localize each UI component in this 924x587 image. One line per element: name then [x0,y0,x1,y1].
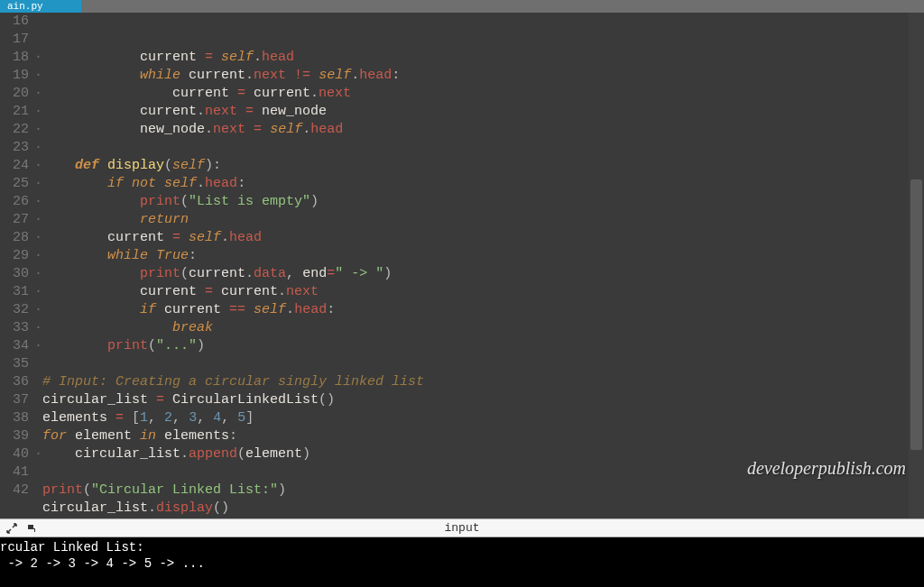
code-line[interactable]: · current = current.next [34,85,924,103]
code-line[interactable]: print("Circular Linked List:") [34,482,924,500]
line-number: 42 [0,482,29,500]
fold-indicator: · [34,211,42,229]
code-line[interactable]: · [34,139,924,157]
fold-indicator: · [34,121,42,139]
fold-indicator [34,427,42,445]
fold-indicator: · [34,337,42,355]
line-number: 25 [0,175,29,193]
line-number: 16 [0,13,29,31]
code-line[interactable]: elements = [1, 2, 3, 4, 5] [34,409,924,427]
code-line[interactable]: · return [34,211,924,229]
line-number: 27 [0,211,29,229]
code-line[interactable]: · circular_list.append(element) [34,445,924,463]
line-number: 26 [0,193,29,211]
code-editor[interactable]: 1617181920212223242526272829303132333435… [0,13,924,518]
line-number: 19 [0,67,29,85]
fold-indicator: · [34,301,42,319]
line-number: 32 [0,301,29,319]
code-line[interactable]: circular_list.display() [34,500,924,518]
fold-indicator [34,409,42,427]
code-line[interactable]: · current = current.next [34,283,924,301]
code-line[interactable]: # Input: Creating a circular singly link… [34,373,924,391]
console-toolbar: input [0,518,924,537]
fold-indicator: · [34,175,42,193]
line-number: 29 [0,247,29,265]
fold-indicator: · [34,49,42,67]
code-line[interactable]: for element in elements: [34,427,924,445]
fold-indicator [34,355,42,373]
code-line[interactable] [34,355,924,373]
fold-indicator [34,482,42,500]
fold-indicator: · [34,283,42,301]
fold-indicator: · [34,265,42,283]
line-number: 37 [0,391,29,409]
code-line[interactable]: · if not self.head: [34,175,924,193]
line-number: 31 [0,283,29,301]
code-line[interactable]: · new_node.next = self.head [34,121,924,139]
line-number-gutter: 1617181920212223242526272829303132333435… [0,13,34,518]
line-number: 35 [0,355,29,373]
console-tab-label[interactable]: input [444,521,479,535]
code-line[interactable]: · print(current.data, end=" -> ") [34,265,924,283]
expand-icon[interactable] [5,522,18,535]
line-number: 34 [0,337,29,355]
line-number: 33 [0,319,29,337]
line-number: 22 [0,121,29,139]
line-number: 24 [0,157,29,175]
line-number: 40 [0,445,29,463]
code-line[interactable] [34,463,924,482]
tab-bar: ain.py [0,0,924,13]
fold-indicator: · [34,193,42,211]
code-line[interactable]: · def display(self): [34,157,924,175]
code-line[interactable]: · current = self.head [34,49,924,67]
code-line[interactable]: · print("List is empty") [34,193,924,211]
line-number: 23 [0,139,29,157]
line-number: 30 [0,265,29,283]
paint-icon[interactable] [25,522,38,535]
line-number: 18 [0,49,29,67]
terminal-output[interactable]: rcular Linked List: -> 2 -> 3 -> 4 -> 5 … [0,537,924,587]
line-number: 38 [0,409,29,427]
fold-indicator: · [34,247,42,265]
code-line[interactable]: · break [34,319,924,337]
fold-indicator: · [34,103,42,121]
fold-indicator [34,373,42,391]
line-number: 28 [0,229,29,247]
fold-indicator: · [34,445,42,463]
fold-indicator [34,463,42,482]
code-line[interactable]: · while True: [34,247,924,265]
fold-indicator [34,391,42,409]
scrollbar-thumb[interactable] [910,179,922,450]
line-number: 36 [0,373,29,391]
code-line[interactable]: · while current.next != self.head: [34,67,924,85]
code-line[interactable]: · print("...") [34,337,924,355]
code-line[interactable]: · current.next = new_node [34,103,924,121]
vertical-scrollbar[interactable] [909,13,924,518]
line-number: 21 [0,103,29,121]
code-line[interactable]: · if current == self.head: [34,301,924,319]
code-line[interactable]: circular_list = CircularLinkedList() [34,391,924,409]
fold-indicator: · [34,319,42,337]
fold-indicator: · [34,67,42,85]
line-number: 39 [0,427,29,445]
terminal-line: -> 2 -> 3 -> 4 -> 5 -> ... [0,555,924,572]
fold-indicator: · [34,139,42,157]
line-number: 17 [0,31,29,49]
file-tab[interactable]: ain.py [0,0,81,13]
fold-indicator: · [34,157,42,175]
fold-indicator: · [34,85,42,103]
code-area[interactable]: · current = self.head· while current.nex… [34,13,924,518]
fold-indicator: · [34,229,42,247]
fold-indicator [34,500,42,518]
line-number: 20 [0,85,29,103]
code-line[interactable]: · current = self.head [34,229,924,247]
line-number: 41 [0,463,29,482]
terminal-line: rcular Linked List: [0,539,924,555]
